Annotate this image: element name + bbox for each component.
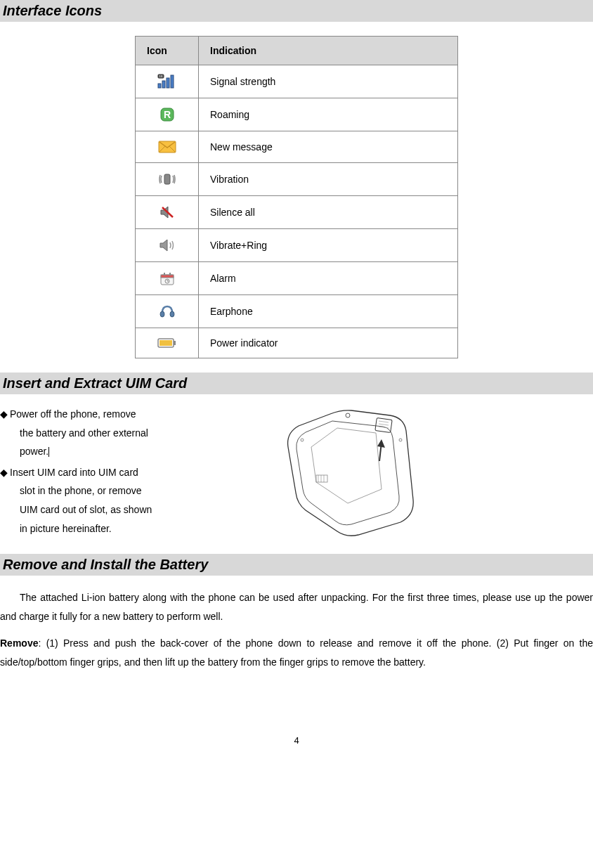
svg-rect-1 [162,81,165,88]
vibration-icon [136,163,199,196]
vibrate-ring-icon [136,229,199,262]
svg-point-33 [399,439,402,441]
svg-rect-22 [174,341,176,345]
table-header-row: Icon Indication [136,37,458,65]
bullet-item: ◆Power off the phone, remove the battery… [0,405,152,461]
bullet-line: Insert UIM card into UIM card [10,467,138,478]
svg-text:1X: 1X [159,75,162,78]
power-indicator-icon [136,328,199,358]
svg-rect-28 [316,475,327,482]
table-row: R Roaming [136,98,458,131]
bullet-line: in picture hereinafter. [0,523,112,534]
bullet-marker: ◆ [0,405,10,424]
indication-cell: Signal strength [199,65,458,98]
svg-rect-9 [164,174,170,184]
table-row: New message [136,131,458,163]
table-row: Alarm [136,262,458,295]
svg-rect-14 [169,273,171,276]
bullet-marker: ◆ [0,463,10,482]
indication-cell: Roaming [199,98,458,131]
svg-rect-3 [171,75,174,88]
indication-cell: Earphone [199,295,458,328]
indication-cell: Silence all [199,196,458,229]
indication-cell: Alarm [199,262,458,295]
svg-rect-13 [164,273,165,276]
svg-rect-0 [158,84,161,88]
page-number: 4 [0,735,593,746]
table-row: Power indicator [136,328,458,358]
svg-rect-12 [161,275,174,278]
uim-section: ◆Power off the phone, remove the battery… [0,405,593,540]
battery-para2: Remove: (1) Press and push the back-cove… [0,634,593,671]
battery-text: The attached Li-ion battery along with t… [0,588,593,671]
remove-text: : (1) Press and push the back-cover of t… [0,637,593,668]
svg-text:R: R [163,109,170,120]
indication-cell: Power indicator [199,328,458,358]
bullet-line: slot in the phone, or remove [0,485,142,496]
table-row: Vibration [136,163,458,196]
svg-rect-2 [167,78,169,88]
roaming-icon: R [136,98,199,131]
silence-all-icon [136,196,199,229]
interface-icons-heading: Interface Icons [0,0,593,22]
bullet-line: UIM card out of slot, as shown [0,504,152,515]
indication-cell: Vibration [199,163,458,196]
insert-uim-heading: Insert and Extract UIM Card [0,373,593,394]
svg-point-19 [170,311,174,317]
bullet-item: ◆Insert UIM card into UIM card slot in t… [0,463,152,538]
battery-para1: The attached Li-ion battery along with t… [0,588,593,626]
svg-line-25 [379,424,389,425]
new-message-icon [136,131,199,163]
header-indication: Indication [199,37,458,65]
table-row: Vibrate+Ring [136,229,458,262]
table-row: Earphone [136,295,458,328]
indication-cell: New message [199,131,458,163]
table-row: Silence all [136,196,458,229]
alarm-icon [136,262,199,295]
uim-text: ◆Power off the phone, remove the battery… [0,405,159,540]
bullet-line: power. [0,446,49,457]
battery-heading: Remove and Install the Battery [0,554,593,576]
svg-point-18 [160,311,164,317]
signal-strength-icon: 1X [136,65,199,98]
table-row: 1X Signal strength [136,65,458,98]
svg-rect-21 [159,340,172,346]
bullet-line: Power off the phone, remove [10,408,136,420]
indication-cell: Vibrate+Ring [199,229,458,262]
header-icon: Icon [136,37,199,65]
svg-line-24 [379,421,389,422]
svg-point-32 [301,439,304,441]
svg-point-27 [346,413,350,417]
icons-table: Icon Indication 1X Signal strength [135,36,458,358]
phone-illustration [159,405,593,538]
earphone-icon [136,295,199,328]
remove-label: Remove [0,637,38,649]
bullet-line: the battery and other external [0,427,148,439]
